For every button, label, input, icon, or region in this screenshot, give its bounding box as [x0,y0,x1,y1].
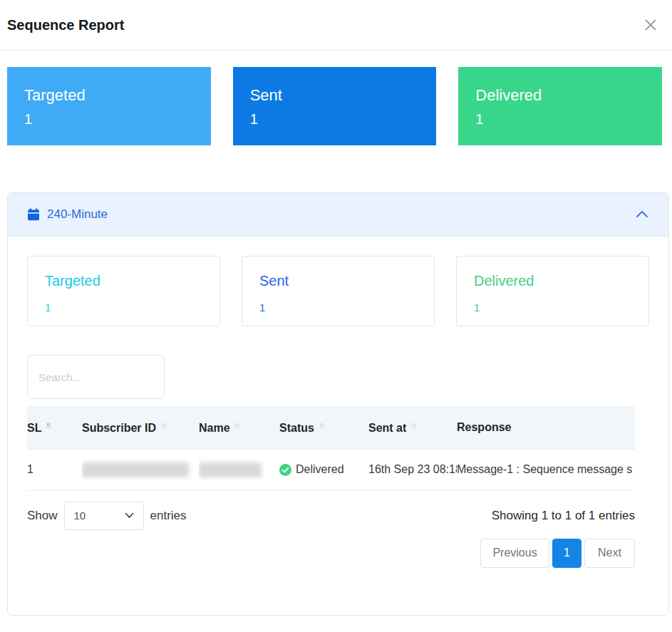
table-row: 1 Delivered 16th Sep 23 08:18 Me [27,449,635,490]
stat-card-value: 1 [259,301,434,314]
sort-icon[interactable]: ↑↓ [46,420,51,429]
cell-status: Delivered [279,449,368,490]
summary-card-value: 1 [24,111,211,128]
summary-card-label: Sent [250,86,437,105]
stat-card-value: 1 [45,301,219,314]
table-footer: Show 10 entries Showing 1 to 1 of 1 entr… [27,502,635,530]
modal-header: Sequence Report [0,0,672,51]
page-size-select[interactable]: 10 [64,502,144,530]
summary-card-delivered: Delivered 1 [458,67,662,145]
sequence-panel: 240-Minute Targeted 1 Sent 1 Delivered 1 [7,192,669,616]
check-circle-icon [279,464,291,476]
previous-page-button[interactable]: Previous [480,539,549,568]
entries-info: Showing 1 to 1 of 1 entries [492,509,635,523]
cell-sl: 1 [27,449,82,490]
stat-card-sent: Sent 1 [242,256,435,326]
column-header-sl[interactable]: SL↑↓ [27,406,82,449]
stat-card-delivered: Delivered 1 [456,256,649,326]
summary-card-value: 1 [475,111,662,128]
column-header-status[interactable]: Status↑↓ [279,406,368,449]
page-size-value: 10 [74,509,86,522]
sort-icon[interactable]: ↑↓ [234,420,239,429]
stat-card-label: Delivered [474,273,648,289]
redacted-name [199,462,262,477]
page-1-button[interactable]: 1 [552,539,581,568]
panel-body: Targeted 1 Sent 1 Delivered 1 [8,237,668,615]
stat-card-label: Targeted [45,273,219,289]
sort-icon[interactable]: ↑↓ [160,420,165,429]
summary-card-label: Targeted [24,86,211,105]
collapse-toggle[interactable] [635,209,649,219]
summary-card-label: Delivered [475,86,662,105]
close-button[interactable] [641,15,661,35]
cell-subscriber-id [82,449,199,490]
column-header-sent-at[interactable]: Sent at↑↓ [368,406,457,449]
inner-stat-row: Targeted 1 Sent 1 Delivered 1 [27,256,649,326]
stat-card-label: Sent [259,273,434,289]
column-header-name[interactable]: Name↑↓ [199,406,279,449]
cell-name [199,449,279,490]
page-size-group: Show 10 entries [27,502,187,530]
summary-card-value: 1 [250,111,437,128]
summary-cards-row: Targeted 1 Sent 1 Delivered 1 [7,67,662,145]
chevron-down-icon [125,512,134,519]
redacted-subscriber-id [82,462,189,477]
table-header-row: SL↑↓ Subscriber ID↑↓ Name↑↓ Status↑↓ Sen… [27,406,635,449]
search-input[interactable] [27,355,165,399]
next-page-button[interactable]: Next [584,539,635,568]
cell-sent-at: 16th Sep 23 08:18 [368,449,457,490]
stat-card-targeted: Targeted 1 [27,256,220,326]
close-icon [643,17,658,33]
sort-icon[interactable]: ↑↓ [319,420,324,429]
sort-icon[interactable]: ↑↓ [410,420,415,429]
show-label: Show [27,509,58,523]
summary-card-targeted: Targeted 1 [7,67,211,145]
summary-card-sent: Sent 1 [233,67,437,145]
panel-title: 240-Minute [47,207,108,222]
cell-response: Message-1 : Sequence message s [457,449,635,490]
pagination: Previous 1 Next [27,539,635,568]
column-header-response[interactable]: Response [457,406,635,449]
status-label: Delivered [296,463,344,476]
report-table: SL↑↓ Subscriber ID↑↓ Name↑↓ Status↑↓ Sen… [27,406,635,491]
column-header-subscriber-id[interactable]: Subscriber ID↑↓ [82,406,199,449]
modal-title: Sequence Report [7,17,124,33]
panel-header-240-minute[interactable]: 240-Minute [8,193,668,237]
stat-card-value: 1 [474,301,648,314]
entries-label: entries [150,509,187,523]
calendar-icon [27,208,40,221]
chevron-up-icon [635,209,649,219]
